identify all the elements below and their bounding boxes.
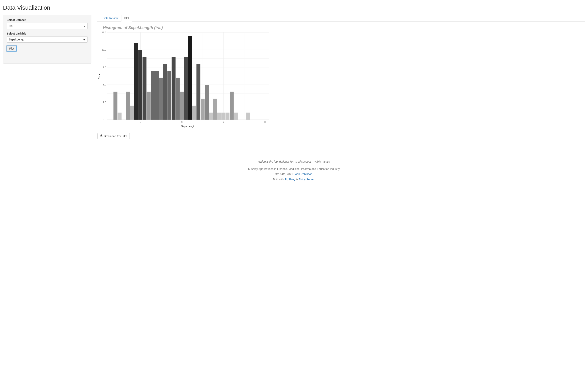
histogram-bar <box>213 99 217 120</box>
download-icon <box>100 134 103 138</box>
svg-text:6: 6 <box>181 121 182 123</box>
histogram-bar <box>171 57 175 120</box>
histogram-bar <box>155 71 159 120</box>
tab-data-review[interactable]: Data Review <box>100 15 121 21</box>
histogram-bar <box>246 113 250 120</box>
svg-text:Sepal.Length: Sepal.Length <box>181 125 195 128</box>
variable-label: Select Variable <box>7 32 88 35</box>
histogram-bar <box>163 64 167 120</box>
svg-text:2.5: 2.5 <box>103 101 106 103</box>
footer-link-r[interactable]: R <box>285 178 287 181</box>
histogram-bar <box>130 106 134 120</box>
chart-panel: Histogram of Sepal.Length (iris) 0.02.55… <box>97 25 585 129</box>
tab-bar: Data Review Plot <box>97 15 585 21</box>
histogram-bar <box>180 92 184 120</box>
variable-select[interactable]: Sepal.Length <box>7 36 88 43</box>
histogram-bar <box>188 36 192 120</box>
histogram-bar <box>230 92 233 120</box>
histogram-bar <box>226 113 230 120</box>
histogram-bar <box>114 92 118 120</box>
histogram-bar <box>201 99 205 120</box>
tab-label: Data Review <box>103 17 118 20</box>
histogram-bar <box>217 113 221 120</box>
plot-button-label: Plot <box>9 47 14 50</box>
histogram-bar <box>205 85 209 120</box>
footer-quote: Action is the foundational key to all su… <box>258 160 330 163</box>
histogram-bar <box>209 113 213 120</box>
svg-text:12.5: 12.5 <box>102 31 106 34</box>
page-title: Data Visualization <box>3 4 585 11</box>
footer-built-with: Built with <box>273 178 285 181</box>
histogram-bar <box>184 57 188 120</box>
svg-rect-31 <box>100 137 103 137</box>
dataset-label: Select Dataset <box>7 18 88 21</box>
download-plot-button[interactable]: Download The Plot <box>97 133 130 139</box>
svg-text:7: 7 <box>223 121 224 123</box>
svg-text:0.0: 0.0 <box>103 118 106 121</box>
footer-link-shiny-server[interactable]: Shiny Server. <box>298 178 315 181</box>
dataset-select[interactable]: iris <box>7 23 88 29</box>
histogram-bar <box>118 113 122 120</box>
download-button-label: Download The Plot <box>104 135 127 138</box>
histogram-bar <box>221 113 225 120</box>
histogram-bar <box>143 57 147 120</box>
footer-line-2: R Shiny Applications in Finance, Medicin… <box>3 166 585 172</box>
histogram-bar <box>234 113 238 120</box>
svg-text:10.0: 10.0 <box>102 49 106 51</box>
histogram-bar <box>126 92 130 120</box>
histogram-bar <box>196 64 200 120</box>
histogram-bar <box>147 92 151 120</box>
plot-button[interactable]: Plot <box>7 46 17 52</box>
footer: Action is the foundational key to all su… <box>3 155 585 182</box>
svg-text:5: 5 <box>140 121 141 123</box>
histogram-bar <box>159 78 163 120</box>
tab-plot[interactable]: Plot <box>121 15 132 21</box>
svg-text:8: 8 <box>264 121 266 123</box>
histogram-bar <box>192 106 196 120</box>
tab-label: Plot <box>124 17 129 20</box>
histogram-bar <box>134 43 138 120</box>
footer-link-shiny[interactable]: Shiny <box>288 178 295 181</box>
chart-title: Histogram of Sepal.Length (iris) <box>103 25 585 30</box>
histogram-bar <box>138 50 142 120</box>
sidebar-panel: Select Dataset iris Select Variable <box>3 15 91 63</box>
histogram-chart: 0.02.55.07.510.012.55678Sepal.LengthCoun… <box>97 31 271 129</box>
footer-date: Oct 14th, 2021 <box>275 172 294 176</box>
svg-text:Count: Count <box>98 73 101 79</box>
histogram-bar <box>168 71 171 120</box>
svg-text:5.0: 5.0 <box>103 83 106 86</box>
histogram-bar <box>151 71 155 120</box>
histogram-bar <box>176 78 180 120</box>
footer-author-link[interactable]: Loan Robinson. <box>294 172 313 176</box>
svg-text:7.5: 7.5 <box>103 66 106 68</box>
